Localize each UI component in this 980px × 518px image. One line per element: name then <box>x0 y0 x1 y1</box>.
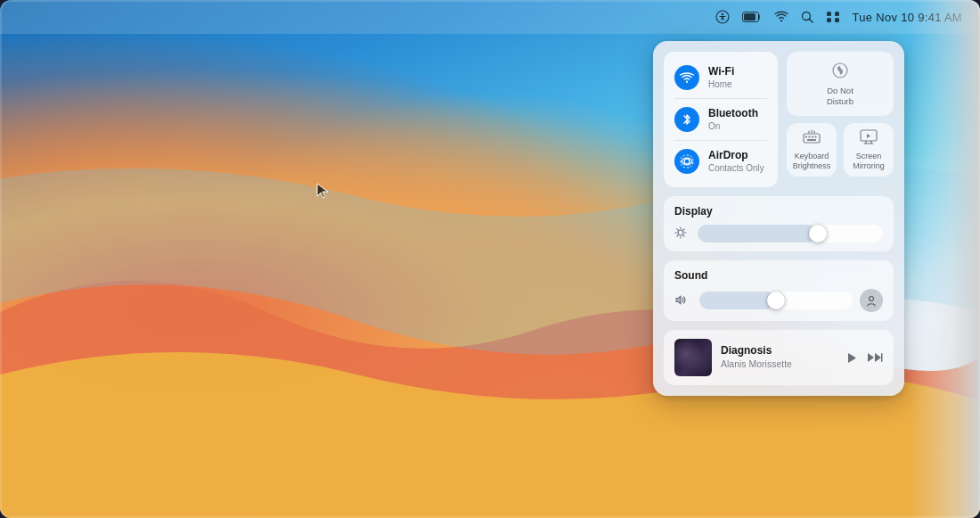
svg-point-18 <box>678 230 683 235</box>
right-tiles-column: Do Not Disturb <box>787 52 894 187</box>
mini-tiles-bottom-row: KeyboardBrightness ScreenMirroring <box>787 123 894 177</box>
display-brightness-icon <box>674 226 687 241</box>
svg-rect-14 <box>812 136 813 137</box>
wifi-tile[interactable]: Wi-Fi Home <box>674 61 767 95</box>
music-title: Diagnosis <box>721 344 837 358</box>
airdrop-tile[interactable]: AirDrop Contacts Only <box>674 144 767 178</box>
svg-rect-6 <box>835 12 839 16</box>
do-not-disturb-label: Do Not <box>827 86 853 95</box>
airdrop-tile-text: AirDrop Contacts Only <box>708 149 764 174</box>
music-artist: Alanis Morissette <box>721 358 837 371</box>
svg-point-1 <box>721 13 723 15</box>
sound-slider-fill <box>699 292 776 309</box>
music-info: Diagnosis Alanis Morissette <box>721 344 837 370</box>
airdrop-tile-icon <box>674 149 699 174</box>
sound-label: Sound <box>674 269 883 282</box>
wifi-title: Wi-Fi <box>708 65 734 79</box>
bluetooth-tile[interactable]: Bluetooth On <box>674 103 767 136</box>
svg-rect-16 <box>807 139 816 141</box>
wifi-icon[interactable] <box>774 11 788 23</box>
wifi-tile-text: Wi-Fi Home <box>708 65 734 90</box>
svg-rect-12 <box>805 136 807 137</box>
keyboard-brightness-label: KeyboardBrightness <box>793 152 831 171</box>
music-player: Diagnosis Alanis Morissette <box>664 330 894 385</box>
svg-rect-11 <box>804 134 820 143</box>
airdrop-subtitle: Contacts Only <box>708 163 764 174</box>
music-controls <box>845 351 883 365</box>
svg-rect-20 <box>881 353 883 362</box>
divider-2 <box>674 140 767 141</box>
screen-mirroring-label: ScreenMirroring <box>853 152 885 171</box>
display-slider-knob[interactable] <box>809 225 827 243</box>
sound-slider-knob[interactable] <box>767 292 785 309</box>
display-label: Display <box>674 205 883 218</box>
display-slider[interactable] <box>698 225 883 243</box>
control-center-icon[interactable] <box>826 11 840 23</box>
divider-1 <box>674 98 767 99</box>
do-not-disturb-label2: Disturb <box>827 96 853 106</box>
album-art-image <box>674 339 712 376</box>
bluetooth-title: Bluetooth <box>708 107 758 121</box>
svg-rect-13 <box>809 136 811 137</box>
sound-slider[interactable] <box>699 292 853 309</box>
display-section: Display <box>664 196 894 251</box>
svg-rect-8 <box>835 18 839 22</box>
svg-point-19 <box>870 297 874 301</box>
bluetooth-tile-text: Bluetooth On <box>708 107 758 132</box>
bluetooth-subtitle: On <box>708 121 758 132</box>
menu-bar: Tue Nov 10 9:41 AM <box>0 0 980 34</box>
sound-volume-icon <box>674 294 687 308</box>
airdrop-title: AirDrop <box>708 149 764 163</box>
menubar-time: Tue Nov 10 9:41 AM <box>853 11 962 24</box>
fast-forward-button[interactable] <box>867 351 883 364</box>
screen-mirroring-icon <box>860 129 878 149</box>
play-button[interactable] <box>845 351 858 365</box>
sound-output-icon[interactable] <box>860 289 883 312</box>
svg-rect-3 <box>744 13 755 21</box>
keyboard-brightness-icon <box>803 129 821 149</box>
svg-rect-5 <box>827 12 831 16</box>
battery-icon[interactable] <box>742 11 762 23</box>
display-slider-row <box>674 225 883 243</box>
sound-section: Sound <box>664 260 894 321</box>
keyboard-brightness-tile[interactable]: KeyboardBrightness <box>787 123 837 177</box>
bluetooth-tile-icon <box>674 107 699 132</box>
wifi-subtitle: Home <box>708 79 734 90</box>
svg-rect-7 <box>827 18 831 22</box>
accessibility-icon[interactable] <box>715 10 730 24</box>
album-art <box>674 339 712 376</box>
search-icon[interactable] <box>801 11 813 23</box>
menubar-right-icons: Tue Nov 10 9:41 AM <box>715 10 962 24</box>
connectivity-tile: Wi-Fi Home Bluetooth On <box>664 52 778 187</box>
control-center-panel: Wi-Fi Home Bluetooth On <box>653 41 904 396</box>
svg-rect-15 <box>815 136 817 137</box>
display-slider-fill <box>698 225 818 243</box>
sound-slider-row <box>674 289 883 312</box>
do-not-disturb-tile[interactable]: Do Not Disturb <box>787 52 894 116</box>
screen-mirroring-tile[interactable]: ScreenMirroring <box>844 123 894 177</box>
svg-point-9 <box>684 159 690 164</box>
wifi-tile-icon <box>674 65 699 90</box>
do-not-disturb-icon <box>831 62 849 83</box>
tiles-top-row: Wi-Fi Home Bluetooth On <box>664 52 894 187</box>
